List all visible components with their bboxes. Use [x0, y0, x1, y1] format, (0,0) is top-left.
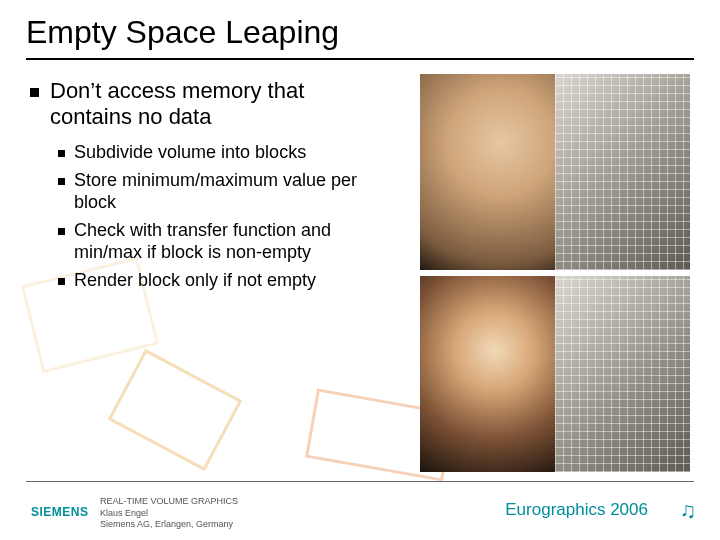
bullet-level1: Don’t access memory that contains no dat… [50, 78, 390, 130]
slide-title: Empty Space Leaping [26, 14, 339, 51]
decor-square [108, 349, 243, 471]
slide: Empty Space Leaping Don’t access memory … [0, 0, 720, 540]
figure-render-surface [420, 74, 555, 270]
siemens-logo: SIEMENS [28, 504, 90, 522]
music-note-icon: ♫ [680, 498, 697, 524]
figure-top [420, 74, 690, 270]
credit-line: Klaus Engel [100, 508, 238, 519]
bullet-level2: Render block only if not empty [74, 270, 390, 292]
bullet-level2: Check with transfer function and min/max… [74, 220, 390, 264]
sub-bullet-list: Subdivide volume into blocks Store minim… [74, 142, 390, 292]
figure-render-surface [420, 276, 555, 472]
footer-rule [26, 481, 694, 482]
bullet-level2: Subdivide volume into blocks [74, 142, 390, 164]
figure-render-blocks [555, 276, 690, 472]
text-column: Don’t access memory that contains no dat… [50, 78, 390, 298]
footer-credits: REAL-TIME VOLUME GRAPHICS Klaus Engel Si… [100, 496, 238, 530]
figure-bottom [420, 276, 690, 472]
title-underline [26, 58, 694, 60]
credit-line: REAL-TIME VOLUME GRAPHICS [100, 496, 238, 507]
figure-render-blocks [555, 74, 690, 270]
bullet-level2: Store minimum/maximum value per block [74, 170, 390, 214]
credit-line: Siemens AG, Erlangen, Germany [100, 519, 238, 530]
conference-label: Eurographics 2006 [505, 500, 648, 520]
image-column [420, 74, 690, 478]
logo-text: SIEMENS [31, 505, 89, 519]
